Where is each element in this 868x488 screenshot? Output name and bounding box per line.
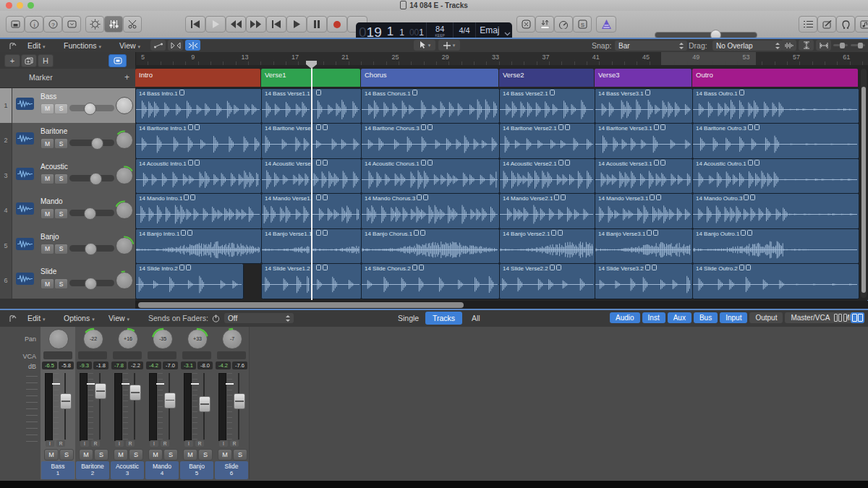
catch-playhead-button[interactable] [185, 40, 200, 51]
track-header-banjo[interactable]: 5BanjoMS [0, 228, 136, 265]
region-14 Banjo Chorus.1[interactable]: 14 Banjo Chorus.1 [361, 228, 500, 265]
solo-button[interactable]: S [54, 244, 68, 254]
filter-output[interactable]: Output [749, 312, 783, 323]
volume-slider-handle[interactable] [85, 278, 97, 290]
region-14 Bass Outro.1[interactable]: 14 Bass Outro.1 [692, 88, 859, 124]
marker-verse2[interactable]: Verse2 [499, 69, 594, 87]
region-14 Bass Verse3.1[interactable]: 14 Bass Verse3.1 [595, 88, 693, 124]
region-14 Baritone Outro.3[interactable]: 14 Baritone Outro.3 [692, 123, 859, 159]
channel-mute-button[interactable]: M [44, 449, 59, 461]
region-14 Bass Intro.1[interactable]: 14 Bass Intro.1 [135, 88, 262, 124]
channel-pan-knob[interactable] [48, 329, 69, 349]
volume-slider-handle[interactable] [85, 243, 97, 255]
narrow-channel-view-button[interactable] [833, 312, 847, 323]
channel-mute-button[interactable]: M [148, 449, 163, 461]
channel-pan-knob[interactable]: -22 [83, 329, 103, 349]
snap-dropdown[interactable]: Bar [615, 40, 687, 51]
quick-help-button[interactable]: ? [43, 16, 62, 33]
volume-slider[interactable] [69, 105, 114, 111]
pan-knob[interactable] [116, 237, 133, 254]
play-from-selection-button[interactable] [205, 16, 226, 33]
region-mando-split[interactable] [311, 193, 362, 229]
region-banjo-split[interactable] [311, 228, 362, 265]
region-14 Banjo Intro.1[interactable]: 14 Banjo Intro.1 [135, 228, 262, 265]
output-slot[interactable]: R [56, 440, 65, 447]
region-14 Baritone Verse1.[interactable]: 14 Baritone Verse1. [261, 123, 312, 159]
flex-button[interactable] [168, 40, 183, 51]
output-slot[interactable]: R [230, 440, 239, 447]
channel-name-plate[interactable]: Banjo5 [180, 461, 213, 479]
marker-chorus[interactable]: Chorus [361, 69, 498, 87]
toolbar-toggle-button[interactable] [62, 16, 81, 33]
waveform-zoom-button[interactable] [781, 40, 796, 51]
library-button[interactable] [6, 16, 25, 33]
input-slot[interactable]: I [184, 440, 193, 447]
stop-button[interactable] [266, 16, 286, 33]
channel-strip-mando[interactable]: -35-4.2-7.0IRMSMando4 [145, 327, 180, 479]
list-editors-button[interactable] [799, 16, 817, 33]
region-baritone-split[interactable] [311, 123, 362, 159]
tracks-area[interactable]: IntroVerse1ChorusVerse2Verse3Outro 14 Ba… [135, 65, 868, 300]
view-menu[interactable]: View▾ [119, 41, 140, 50]
marker-outro[interactable]: Outro [692, 69, 858, 87]
region-14 Banjo Outro.1[interactable]: 14 Banjo Outro.1 [692, 228, 859, 265]
region-14 Slide Outro.2[interactable]: 14 Slide Outro.2 [692, 263, 859, 299]
channel-solo-button[interactable]: S [198, 449, 213, 461]
filter-bus[interactable]: Bus [694, 312, 718, 323]
fader-cap[interactable] [199, 396, 210, 412]
edit-menu[interactable]: Edit▾ [27, 41, 46, 50]
mute-button[interactable]: M [41, 103, 54, 114]
channel-mute-button[interactable]: M [79, 449, 93, 461]
functions-menu[interactable]: Functions▾ [64, 41, 101, 50]
region-14 Bass Verse1.1[interactable]: 14 Bass Verse1.1 [261, 88, 312, 124]
playhead[interactable] [311, 61, 312, 300]
region-bass-split[interactable] [311, 88, 362, 124]
tuner-button[interactable] [554, 16, 573, 33]
horizontal-zoom-button[interactable] [816, 40, 831, 51]
mixer-drag-apart-icon[interactable] [9, 314, 17, 322]
mixer-options-menu[interactable]: Options▾ [64, 314, 95, 322]
region-acoustic-split[interactable] [311, 158, 362, 194]
region-14 Baritone Verse3.1[interactable]: 14 Baritone Verse3.1 [595, 123, 693, 159]
track-header-baritone[interactable]: 2BaritoneMS [0, 123, 136, 159]
volume-slider[interactable] [69, 140, 114, 146]
mixer-view-tracks[interactable]: Tracks [425, 312, 462, 325]
smart-controls-button[interactable] [85, 16, 104, 33]
channel-solo-button[interactable]: S [163, 449, 178, 461]
filter-master-vca[interactable]: Master/VCA [785, 312, 835, 323]
fader-db-value[interactable]: -9.3 [77, 361, 92, 369]
solo-mode-button[interactable]: S [573, 16, 592, 33]
region-14 Acoustic Intro.1[interactable]: 14 Acoustic Intro.1 [135, 158, 262, 194]
volume-slider[interactable] [69, 245, 114, 252]
channel-mute-button[interactable]: M [218, 449, 232, 461]
media-browser-button[interactable] [855, 16, 868, 33]
vertical-zoom-slider[interactable] [833, 42, 848, 49]
pan-knob[interactable] [116, 132, 133, 149]
channel-strip-banjo[interactable]: +33-3.1-8.0IRMSBanjo5 [179, 327, 215, 479]
volume-slider-handle[interactable] [84, 103, 96, 115]
channel-pan-knob[interactable]: +16 [118, 329, 138, 349]
region-14 Baritone Verse2.1[interactable]: 14 Baritone Verse2.1 [499, 123, 595, 159]
sends-power-icon[interactable] [212, 314, 220, 322]
volume-slider-handle[interactable] [90, 173, 102, 185]
output-slot[interactable]: R [195, 440, 204, 447]
region-14 Mando Outro.3[interactable]: 14 Mando Outro.3 [692, 193, 859, 229]
mute-button[interactable]: M [41, 174, 54, 184]
wide-channel-view-button[interactable] [851, 312, 864, 323]
solo-button[interactable]: S [54, 174, 68, 184]
region-14 Mando Chorus.3[interactable]: 14 Mando Chorus.3 [361, 193, 500, 229]
channel-name-plate[interactable]: Bass1 [41, 461, 75, 479]
vca-slot[interactable] [113, 351, 142, 359]
track-header-bass[interactable]: 1BassMS [0, 88, 136, 124]
volume-slider[interactable] [69, 280, 114, 286]
region-14 Slide Verse2.2[interactable]: 14 Slide Verse2.2 [499, 263, 595, 299]
region-14 Acoustic Verse3.1[interactable]: 14 Acoustic Verse3.1 [595, 158, 693, 194]
region-14 Acoustic Chorus.1[interactable]: 14 Acoustic Chorus.1 [361, 158, 500, 194]
filter-aux[interactable]: Aux [668, 312, 692, 323]
region-14 Acoustic Outro.1[interactable]: 14 Acoustic Outro.1 [692, 158, 859, 194]
solo-button[interactable]: S [54, 278, 68, 289]
vca-slot[interactable] [182, 351, 211, 359]
volume-slider[interactable] [69, 175, 114, 181]
fader-cap[interactable] [164, 393, 176, 408]
channel-pan-knob[interactable]: +33 [187, 329, 208, 349]
